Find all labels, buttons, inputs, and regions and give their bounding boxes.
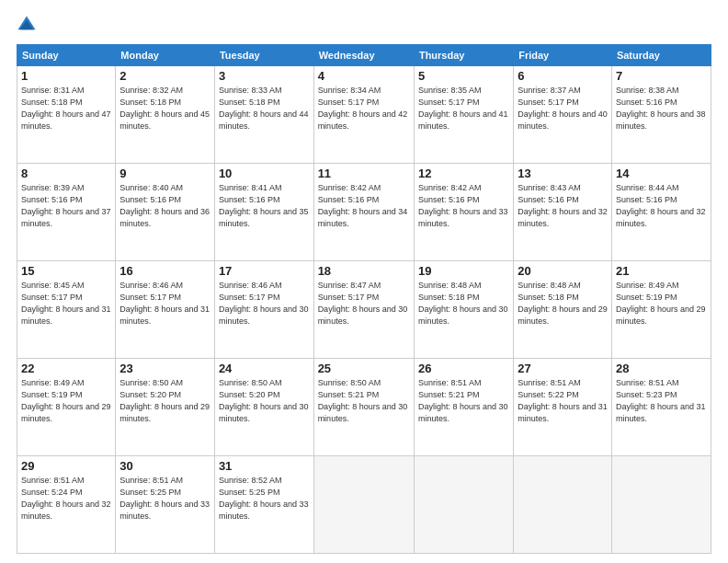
day-number: 13: [518, 167, 608, 180]
calendar-cell: 21 Sunrise: 8:49 AMSunset: 5:19 PMDaylig…: [611, 261, 711, 359]
day-number: 8: [21, 167, 111, 180]
calendar-cell: 12 Sunrise: 8:42 AMSunset: 5:16 PMDaylig…: [414, 164, 513, 261]
calendar-cell: 15 Sunrise: 8:45 AMSunset: 5:17 PMDaylig…: [17, 261, 116, 359]
day-number: 20: [518, 264, 608, 278]
day-number: 29: [21, 459, 111, 473]
calendar-cell: 8 Sunrise: 8:39 AMSunset: 5:16 PMDayligh…: [17, 164, 116, 261]
day-number: 26: [418, 362, 509, 375]
day-number: 12: [418, 167, 509, 180]
calendar-week-row: 8 Sunrise: 8:39 AMSunset: 5:16 PMDayligh…: [17, 164, 711, 261]
day-number: 28: [616, 362, 707, 375]
day-detail: Sunrise: 8:37 AMSunset: 5:17 PMDaylight:…: [518, 85, 608, 132]
day-detail: Sunrise: 8:42 AMSunset: 5:16 PMDaylight:…: [418, 182, 509, 230]
calendar-cell: 1 Sunrise: 8:31 AMSunset: 5:18 PMDayligh…: [17, 66, 116, 164]
calendar-cell: [414, 456, 513, 554]
calendar-cell: 31 Sunrise: 8:52 AMSunset: 5:25 PMDaylig…: [214, 456, 313, 554]
day-number: 1: [21, 69, 111, 83]
day-detail: Sunrise: 8:49 AMSunset: 5:19 PMDaylight:…: [616, 280, 707, 327]
calendar-cell: 29 Sunrise: 8:51 AMSunset: 5:24 PMDaylig…: [17, 456, 116, 554]
calendar-cell: 3 Sunrise: 8:33 AMSunset: 5:18 PMDayligh…: [214, 66, 313, 164]
day-detail: Sunrise: 8:31 AMSunset: 5:18 PMDaylight:…: [21, 85, 111, 132]
day-detail: Sunrise: 8:50 AMSunset: 5:20 PMDaylight:…: [119, 377, 210, 425]
calendar-cell: 2 Sunrise: 8:32 AMSunset: 5:18 PMDayligh…: [116, 66, 215, 164]
day-detail: Sunrise: 8:39 AMSunset: 5:16 PMDaylight:…: [21, 182, 111, 230]
day-detail: Sunrise: 8:50 AMSunset: 5:20 PMDaylight:…: [219, 377, 310, 425]
calendar-cell: 23 Sunrise: 8:50 AMSunset: 5:20 PMDaylig…: [116, 359, 215, 456]
calendar-cell: 30 Sunrise: 8:51 AMSunset: 5:25 PMDaylig…: [116, 456, 215, 554]
day-of-week-header: Sunday: [17, 45, 116, 66]
calendar-week-row: 22 Sunrise: 8:49 AMSunset: 5:19 PMDaylig…: [17, 359, 711, 456]
calendar-cell: 13 Sunrise: 8:43 AMSunset: 5:16 PMDaylig…: [514, 164, 612, 261]
header: [17, 17, 711, 37]
day-number: 9: [119, 167, 210, 180]
day-detail: Sunrise: 8:51 AMSunset: 5:23 PMDaylight:…: [616, 377, 707, 425]
calendar-cell: 26 Sunrise: 8:51 AMSunset: 5:21 PMDaylig…: [414, 359, 513, 456]
day-detail: Sunrise: 8:51 AMSunset: 5:22 PMDaylight:…: [518, 377, 608, 425]
day-of-week-header: Saturday: [611, 45, 711, 66]
calendar-cell: 25 Sunrise: 8:50 AMSunset: 5:21 PMDaylig…: [313, 359, 414, 456]
calendar-cell: 22 Sunrise: 8:49 AMSunset: 5:19 PMDaylig…: [17, 359, 116, 456]
day-number: 31: [219, 459, 310, 473]
day-detail: Sunrise: 8:45 AMSunset: 5:17 PMDaylight:…: [21, 280, 111, 327]
day-number: 21: [616, 264, 707, 278]
calendar-week-row: 15 Sunrise: 8:45 AMSunset: 5:17 PMDaylig…: [17, 261, 711, 359]
day-number: 24: [219, 362, 310, 375]
calendar-week-row: 1 Sunrise: 8:31 AMSunset: 5:18 PMDayligh…: [17, 66, 711, 164]
day-detail: Sunrise: 8:51 AMSunset: 5:21 PMDaylight:…: [418, 377, 509, 425]
day-detail: Sunrise: 8:46 AMSunset: 5:17 PMDaylight:…: [119, 280, 210, 327]
logo-icon: [17, 15, 37, 35]
calendar-header-row: SundayMondayTuesdayWednesdayThursdayFrid…: [17, 45, 711, 66]
day-detail: Sunrise: 8:32 AMSunset: 5:18 PMDaylight:…: [119, 85, 210, 132]
calendar-week-row: 29 Sunrise: 8:51 AMSunset: 5:24 PMDaylig…: [17, 456, 711, 554]
day-number: 25: [318, 362, 410, 375]
day-number: 3: [219, 69, 310, 83]
calendar-cell: 4 Sunrise: 8:34 AMSunset: 5:17 PMDayligh…: [313, 66, 414, 164]
calendar-cell: [514, 456, 612, 554]
day-number: 6: [518, 69, 608, 83]
day-number: 17: [219, 264, 310, 278]
calendar-cell: 28 Sunrise: 8:51 AMSunset: 5:23 PMDaylig…: [611, 359, 711, 456]
day-detail: Sunrise: 8:38 AMSunset: 5:16 PMDaylight:…: [616, 85, 707, 132]
calendar-cell: 16 Sunrise: 8:46 AMSunset: 5:17 PMDaylig…: [116, 261, 215, 359]
day-detail: Sunrise: 8:46 AMSunset: 5:17 PMDaylight:…: [219, 280, 310, 327]
day-detail: Sunrise: 8:43 AMSunset: 5:16 PMDaylight:…: [518, 182, 608, 230]
day-number: 14: [616, 167, 707, 180]
day-detail: Sunrise: 8:48 AMSunset: 5:18 PMDaylight:…: [418, 280, 509, 327]
calendar-cell: 6 Sunrise: 8:37 AMSunset: 5:17 PMDayligh…: [514, 66, 612, 164]
day-of-week-header: Tuesday: [214, 45, 313, 66]
day-number: 2: [119, 69, 210, 83]
day-detail: Sunrise: 8:41 AMSunset: 5:16 PMDaylight:…: [219, 182, 310, 230]
day-number: 16: [119, 264, 210, 278]
calendar-cell: 14 Sunrise: 8:44 AMSunset: 5:16 PMDaylig…: [611, 164, 711, 261]
calendar-cell: [611, 456, 711, 554]
day-number: 4: [318, 69, 410, 83]
day-number: 22: [21, 362, 111, 375]
day-detail: Sunrise: 8:52 AMSunset: 5:25 PMDaylight:…: [219, 475, 310, 523]
day-of-week-header: Thursday: [414, 45, 513, 66]
day-number: 5: [418, 69, 509, 83]
day-number: 10: [219, 167, 310, 180]
calendar-cell: 17 Sunrise: 8:46 AMSunset: 5:17 PMDaylig…: [214, 261, 313, 359]
day-detail: Sunrise: 8:40 AMSunset: 5:16 PMDaylight:…: [119, 182, 210, 230]
day-detail: Sunrise: 8:35 AMSunset: 5:17 PMDaylight:…: [418, 85, 509, 132]
calendar-cell: 10 Sunrise: 8:41 AMSunset: 5:16 PMDaylig…: [214, 164, 313, 261]
calendar-table: SundayMondayTuesdayWednesdayThursdayFrid…: [17, 44, 711, 554]
day-detail: Sunrise: 8:49 AMSunset: 5:19 PMDaylight:…: [21, 377, 111, 425]
day-number: 19: [418, 264, 509, 278]
day-number: 27: [518, 362, 608, 375]
day-detail: Sunrise: 8:44 AMSunset: 5:16 PMDaylight:…: [616, 182, 707, 230]
calendar-cell: 9 Sunrise: 8:40 AMSunset: 5:16 PMDayligh…: [116, 164, 215, 261]
calendar-cell: 24 Sunrise: 8:50 AMSunset: 5:20 PMDaylig…: [214, 359, 313, 456]
day-detail: Sunrise: 8:47 AMSunset: 5:17 PMDaylight:…: [318, 280, 410, 327]
day-detail: Sunrise: 8:50 AMSunset: 5:21 PMDaylight:…: [318, 377, 410, 425]
calendar-cell: 20 Sunrise: 8:48 AMSunset: 5:18 PMDaylig…: [514, 261, 612, 359]
calendar-cell: 19 Sunrise: 8:48 AMSunset: 5:18 PMDaylig…: [414, 261, 513, 359]
day-detail: Sunrise: 8:48 AMSunset: 5:18 PMDaylight:…: [518, 280, 608, 327]
day-detail: Sunrise: 8:51 AMSunset: 5:24 PMDaylight:…: [21, 475, 111, 523]
day-detail: Sunrise: 8:33 AMSunset: 5:18 PMDaylight:…: [219, 85, 310, 132]
day-number: 18: [318, 264, 410, 278]
calendar-cell: 11 Sunrise: 8:42 AMSunset: 5:16 PMDaylig…: [313, 164, 414, 261]
day-of-week-header: Friday: [514, 45, 612, 66]
page: SundayMondayTuesdayWednesdayThursdayFrid…: [0, 0, 728, 563]
day-number: 11: [318, 167, 410, 180]
